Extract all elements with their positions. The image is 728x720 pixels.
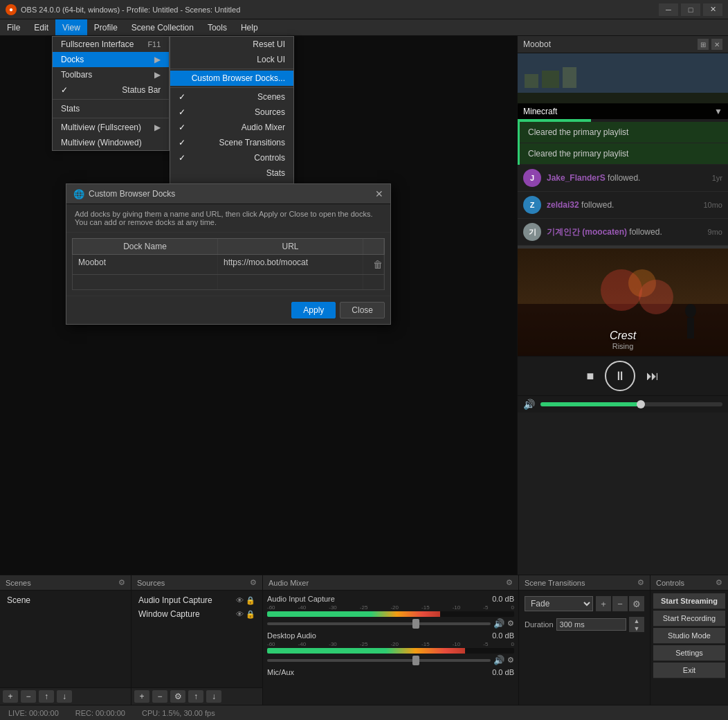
scenes-move-up-button[interactable]: ↑ [39, 690, 54, 703]
empty-name-cell [73, 275, 218, 289]
menu-custom-browser-docks[interactable]: Custom Browser Docks... [170, 71, 293, 86]
progress-handle[interactable] [637, 400, 645, 408]
dialog-close-footer-button[interactable]: Close [340, 302, 385, 318]
audio-config-icon-2[interactable]: ⚙ [507, 656, 514, 665]
source-lock-icon-2[interactable]: 🔒 [246, 610, 255, 619]
duration-decrease-button[interactable]: ▼ [629, 624, 644, 632]
media-play-pause-button[interactable]: ⏸ [605, 361, 635, 391]
follower-name-3: 기계인간 (moocaten) [547, 227, 627, 237]
scene-transitions-settings-icon[interactable]: ⚙ [637, 578, 644, 587]
transition-dropdown[interactable]: Fade [525, 596, 593, 611]
audio-mixer-settings-icon[interactable]: ⚙ [506, 578, 513, 587]
svg-point-8 [685, 304, 696, 318]
audio-fader-2[interactable] [267, 659, 491, 662]
exit-button[interactable]: Exit [653, 663, 725, 678]
menu-tools[interactable]: Tools [201, 19, 234, 35]
controls-content: Start Streaming Start Recording Studio M… [650, 591, 728, 705]
menu-stats[interactable]: Stats [53, 101, 169, 116]
settings-button[interactable]: Settings [653, 645, 725, 661]
media-skip-button[interactable]: ⏭ [646, 369, 659, 384]
menu-dock-stats[interactable]: Stats [170, 165, 293, 181]
dialog-apply-button[interactable]: Apply [291, 302, 336, 318]
scenes-add-button[interactable]: + [3, 690, 18, 703]
scene-item-1[interactable]: Scene [3, 593, 128, 607]
studio-mode-button[interactable]: Studio Mode [653, 628, 725, 644]
minimize-button[interactable]: ─ [659, 3, 678, 16]
sources-title: Sources [137, 579, 165, 587]
menu-dock-audio-mixer[interactable]: ✓ Audio Mixer [170, 120, 293, 135]
app-icon: ● [6, 4, 17, 15]
dialog-close-button[interactable]: ✕ [375, 188, 383, 199]
sources-add-button[interactable]: + [134, 690, 149, 703]
menu-dock-scene-transitions[interactable]: ✓ Scene Transitions [170, 135, 293, 150]
audio-mute-icon-2[interactable]: 🔊 [493, 655, 504, 665]
playlist-area: Cleared the primary playlist Cleared the… [518, 122, 728, 165]
source-item-2[interactable]: Window Capture 👁 🔒 [134, 607, 260, 621]
moobot-close-button[interactable]: ✕ [711, 39, 722, 50]
dock-delete-button-1[interactable]: 🗑 [369, 258, 387, 271]
menu-status-bar[interactable]: ✓ Status Bar [53, 82, 169, 98]
close-button[interactable]: ✕ [703, 3, 722, 16]
source-lock-icon[interactable]: 🔒 [246, 596, 255, 605]
duration-increase-button[interactable]: ▲ [629, 617, 644, 624]
source-item-1[interactable]: Audio Input Capture 👁 🔒 [134, 593, 260, 607]
duration-stepper: ▲ ▼ [629, 617, 644, 632]
menu-lock-ui[interactable]: Lock UI [170, 52, 293, 67]
audio-fader-handle-2[interactable] [412, 656, 419, 665]
menu-multiview-fullscreen[interactable]: Multiview (Fullscreen) ▶ [53, 120, 169, 135]
menu-help[interactable]: Help [234, 19, 265, 35]
menu-file[interactable]: File [0, 19, 27, 35]
sources-config-button[interactable]: ⚙ [170, 690, 185, 703]
menu-edit[interactable]: Edit [27, 19, 55, 35]
transition-remove-button[interactable]: − [612, 596, 628, 611]
sources-move-down-button[interactable]: ↓ [206, 690, 221, 703]
source-eye-icon-2[interactable]: 👁 [236, 610, 244, 619]
dialog-title: 🌐 Custom Browser Docks [73, 189, 175, 199]
audio-mute-icon-1[interactable]: 🔊 [493, 618, 504, 629]
start-streaming-button[interactable]: Start Streaming [653, 593, 725, 609]
scenes-settings-icon[interactable]: ⚙ [118, 578, 125, 587]
transition-add-button[interactable]: + [596, 596, 611, 611]
menu-profile[interactable]: Profile [87, 19, 125, 35]
audio-config-icon-1[interactable]: ⚙ [507, 619, 514, 628]
menu-fullscreen-interface[interactable]: Fullscreen Interface F11 [53, 37, 169, 52]
duration-input[interactable]: 300 ms [556, 618, 626, 631]
menu-dock-controls[interactable]: ✓ Controls [170, 150, 293, 165]
maximize-button[interactable]: □ [681, 3, 700, 16]
stream-game-selector[interactable]: Minecraft ▼ [518, 104, 728, 119]
media-progress-bar[interactable] [540, 402, 722, 406]
dock-url-cell[interactable]: https://moo.bot/moocat [218, 255, 363, 274]
menu-view[interactable]: View [55, 19, 87, 35]
audio-fader-handle-1[interactable] [412, 619, 419, 629]
audio-channel-1-db: 0.0 dB [492, 595, 514, 603]
follower-name-1: Jake_FlanderS [547, 173, 606, 183]
sources-move-up-button[interactable]: ↑ [188, 690, 203, 703]
audio-meter-scale-1: -60-40-30-25-20-15-10-50 [267, 604, 514, 611]
follower-avatar-3: 기 [523, 223, 541, 241]
menu-scene-collection[interactable]: Scene Collection [125, 19, 201, 35]
menu-reset-ui[interactable]: Reset UI [170, 37, 293, 52]
scenes-move-down-button[interactable]: ↓ [57, 690, 72, 703]
audio-fader-1[interactable] [267, 622, 491, 625]
scenes-remove-button[interactable]: − [21, 690, 36, 703]
transition-config-button[interactable]: ⚙ [629, 596, 644, 611]
sources-remove-button[interactable]: − [152, 690, 167, 703]
media-stop-button[interactable]: ■ [587, 369, 594, 384]
scenes-footer: + − ↑ ↓ [0, 687, 131, 705]
menu-docks[interactable]: Docks ▶ [53, 52, 169, 67]
menu-toolbars[interactable]: Toolbars ▶ [53, 67, 169, 82]
bottom-panels: Scenes ⚙ Scene + − ↑ ↓ Sources ⚙ Audio I… [0, 575, 728, 705]
start-recording-button[interactable]: Start Recording [653, 611, 725, 627]
follower-item-3: 기 기계인간 (moocaten) followed. 9mo [518, 219, 728, 246]
menu-dock-sources[interactable]: ✓ Sources [170, 105, 293, 120]
follower-time-3: 9mo [708, 228, 722, 236]
controls-settings-icon[interactable]: ⚙ [716, 578, 722, 587]
menu-multiview-windowed[interactable]: Multiview (Windowed) [53, 135, 169, 150]
menu-dock-scenes[interactable]: ✓ Scenes [170, 89, 293, 105]
moobot-float-button[interactable]: ⊞ [698, 39, 709, 50]
follower-time-1: 1yr [712, 174, 722, 182]
sources-settings-icon[interactable]: ⚙ [250, 578, 257, 587]
scenes-panel: Scenes ⚙ Scene + − ↑ ↓ [0, 575, 131, 705]
scenes-list: Scene [0, 591, 131, 687]
source-eye-icon[interactable]: 👁 [236, 596, 244, 605]
